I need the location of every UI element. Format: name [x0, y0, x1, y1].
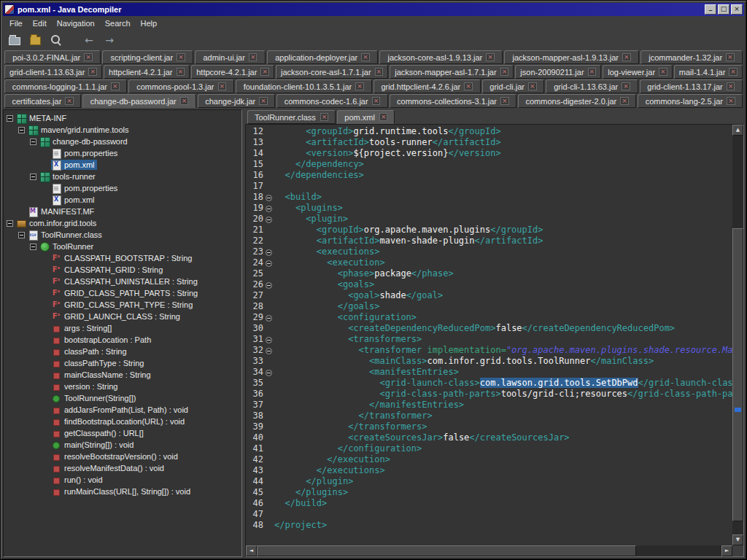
close-icon[interactable]: ×: [218, 82, 227, 90]
fold-collapse-icon[interactable]: [266, 260, 272, 267]
close-icon[interactable]: ×: [260, 68, 269, 76]
horizontal-scrollbar[interactable]: ◄ ►: [246, 545, 732, 556]
tree-item[interactable]: findBootstrapLocation(URL) : void: [5, 416, 241, 427]
menu-item-edit[interactable]: Edit: [28, 18, 52, 29]
scroll-right-icon[interactable]: ►: [721, 545, 732, 556]
close-icon[interactable]: ×: [259, 97, 268, 105]
vertical-scroll-thumb[interactable]: [732, 228, 743, 521]
close-icon[interactable]: ×: [622, 53, 631, 61]
close-icon[interactable]: ×: [379, 113, 388, 121]
tree-item[interactable]: pom.xml: [5, 159, 241, 171]
jar-tab[interactable]: application-deployer.jar×: [267, 50, 378, 64]
jar-tab[interactable]: httpcore-4.2.1.jar×: [191, 65, 274, 79]
close-icon[interactable]: ×: [727, 97, 735, 105]
tree-expander-icon[interactable]: [30, 139, 36, 145]
tree-item[interactable]: GRID_CLASS_PATH_TYPE : String: [5, 299, 241, 311]
scroll-left-icon[interactable]: ◄: [246, 545, 257, 556]
close-icon[interactable]: ×: [727, 82, 735, 90]
tree-expander-icon[interactable]: [30, 174, 36, 180]
close-icon[interactable]: ×: [588, 68, 597, 76]
jar-tab[interactable]: jackson-core-asl-1.9.13.jar×: [379, 50, 503, 64]
jar-tab[interactable]: change-jdk.jar×: [198, 94, 276, 108]
close-icon[interactable]: ×: [726, 53, 735, 61]
navigate-back-button[interactable]: ←: [80, 32, 98, 48]
close-icon[interactable]: ×: [528, 82, 537, 90]
tree-item[interactable]: CLASSPATH_BOOTSTRAP : String: [5, 252, 241, 264]
jar-tab[interactable]: admin-ui.jar×: [195, 50, 266, 64]
tree-item[interactable]: mainClassName : String: [5, 369, 241, 381]
tree-item[interactable]: classPath : String: [5, 346, 241, 357]
jar-tab[interactable]: grid.httpclient-4.2.6.jar×: [374, 79, 481, 93]
minimize-button[interactable]: _: [705, 4, 716, 15]
tree-item[interactable]: GRID_CLASS_PATH_PARTS : String: [5, 287, 241, 299]
fold-collapse-icon[interactable]: [266, 370, 272, 376]
maximize-button[interactable]: □: [718, 4, 729, 15]
menu-item-help[interactable]: Help: [136, 18, 163, 29]
close-icon[interactable]: ×: [177, 53, 185, 61]
jar-tab[interactable]: commons-pool-1.3.jar×: [128, 79, 234, 93]
jar-tab[interactable]: log-viewer.jar×: [603, 65, 673, 79]
jar-tab[interactable]: jcommander-1.32.jar×: [640, 50, 743, 64]
jar-tab[interactable]: foundation-client-10.1.3.5.1.jar×: [236, 79, 372, 93]
fold-collapse-icon[interactable]: [266, 315, 272, 322]
tree-item[interactable]: addJarsFromPath(List, Path) : void: [5, 404, 241, 416]
jar-tab[interactable]: grid-cli-1.13.63.jar×: [546, 79, 638, 93]
menu-item-file[interactable]: File: [4, 18, 28, 29]
tree-item[interactable]: CLASSPATH_GRID : String: [5, 264, 241, 276]
fold-collapse-icon[interactable]: [266, 348, 272, 354]
close-icon[interactable]: ×: [620, 97, 629, 105]
tree-expander-icon[interactable]: [7, 220, 13, 227]
tree-item[interactable]: bootstrapLocation : Path: [5, 334, 241, 346]
close-icon[interactable]: ×: [111, 82, 120, 90]
close-icon[interactable]: ×: [464, 82, 473, 90]
tree-item[interactable]: GRID_LAUNCH_CLASS : String: [5, 311, 241, 322]
tree-item[interactable]: change-db-password: [5, 136, 241, 147]
title-bar[interactable]: pom.xml - Java Decompiler _ □ ×: [3, 3, 744, 16]
tree-panel[interactable]: META-INFmaven/grid.runtime.toolschange-d…: [3, 109, 242, 557]
jar-tab[interactable]: grid-client-1.13.63.jar×: [4, 65, 102, 79]
tree-item[interactable]: maven/grid.runtime.tools: [5, 124, 241, 136]
tree-item[interactable]: getClasspath() : URL[]: [5, 427, 241, 439]
close-icon[interactable]: ×: [65, 97, 74, 105]
jar-tab[interactable]: commons-digester-2.0.jar×: [518, 94, 636, 108]
close-icon[interactable]: ×: [622, 82, 630, 90]
editor-tab[interactable]: ToolRunner.class×: [247, 110, 336, 124]
close-icon[interactable]: ×: [84, 53, 93, 61]
tree-item[interactable]: META-INF: [5, 112, 241, 124]
fold-collapse-icon[interactable]: [266, 282, 272, 289]
tree-item[interactable]: version : String: [5, 381, 241, 392]
tree-item[interactable]: com.infor.grid.tools: [5, 217, 241, 229]
jar-tab[interactable]: commons-codec-1.6.jar×: [276, 94, 387, 108]
tree-item[interactable]: runMainClass(URL[], String[]) : void: [5, 486, 241, 497]
jar-tab[interactable]: json-20090211.jar×: [515, 65, 601, 79]
navigate-forward-button[interactable]: →: [101, 32, 118, 48]
fold-collapse-icon[interactable]: [266, 217, 272, 223]
tree-item[interactable]: resolveBootstrapVersion() : void: [5, 451, 241, 462]
fold-collapse-icon[interactable]: [266, 206, 272, 212]
close-icon[interactable]: ×: [375, 68, 384, 76]
fold-collapse-icon[interactable]: [266, 195, 272, 201]
open-file-button[interactable]: [6, 32, 23, 48]
jar-tab[interactable]: jackson-core-asl-1.7.1.jar×: [276, 65, 388, 79]
tree-item[interactable]: ToolRunner: [5, 241, 241, 252]
close-icon[interactable]: ×: [500, 68, 509, 76]
close-icon[interactable]: ×: [659, 68, 667, 76]
jar-tab[interactable]: certificates.jar×: [4, 94, 81, 108]
search-button[interactable]: [47, 32, 64, 48]
tree-item[interactable]: MANIFEST.MF: [5, 206, 241, 217]
tree-item[interactable]: pom.properties: [5, 147, 241, 159]
jar-tab[interactable]: grid-cli.jar×: [482, 79, 545, 93]
jar-tab[interactable]: change-db-password.jar×: [82, 94, 196, 108]
tree-item[interactable]: resolveManifestData() : void: [5, 462, 241, 474]
tree-item[interactable]: tools-runner: [5, 171, 241, 182]
jar-tab[interactable]: commons-lang-2.5.jar×: [638, 94, 743, 108]
close-icon[interactable]: ×: [361, 53, 370, 61]
jar-tab[interactable]: mail-1.4.1.jar×: [674, 65, 743, 79]
jar-tab[interactable]: scripting-client.jar×: [102, 50, 193, 64]
tree-item[interactable]: ToolRunner(String[]): [5, 392, 241, 404]
tree-item[interactable]: classPathType : String: [5, 357, 241, 369]
close-icon[interactable]: ×: [177, 68, 185, 76]
fold-collapse-icon[interactable]: [266, 337, 272, 343]
tree-expander-icon[interactable]: [30, 244, 36, 250]
editor-tab[interactable]: pom.xml×: [337, 110, 395, 124]
